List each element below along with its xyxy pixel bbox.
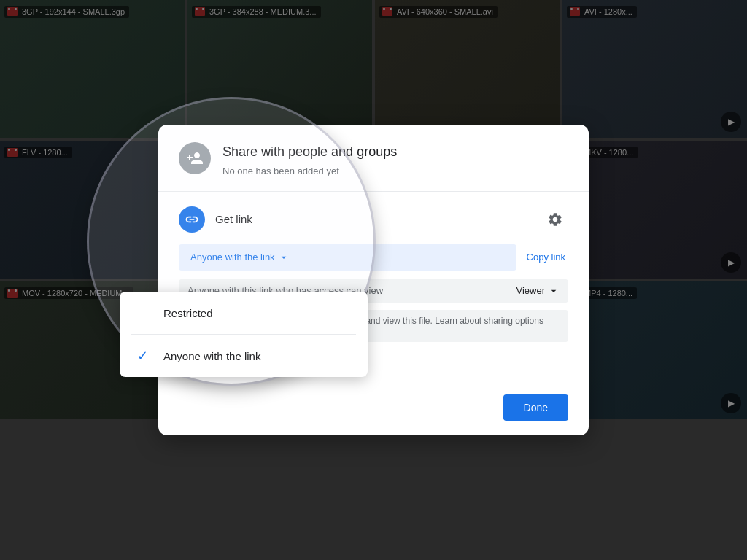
access-dropdown-button[interactable]: Anyone with the link xyxy=(187,252,293,263)
done-button[interactable]: Done xyxy=(503,394,568,421)
share-subtitle: No one has been added yet xyxy=(222,166,397,176)
access-dropdown-menu: ✓ Restricted ✓ Anyone with the link xyxy=(120,292,368,377)
share-title: Share with people and groups xyxy=(222,144,397,160)
share-avatar xyxy=(179,142,211,174)
restricted-label: Restricted xyxy=(163,307,213,319)
dialog-overlay: Share with people and groups No one has … xyxy=(0,0,747,560)
dropdown-label: Anyone with the link xyxy=(190,252,275,262)
viewer-label: Viewer xyxy=(516,285,545,296)
get-link-title: Get link xyxy=(215,213,252,225)
copy-link-button[interactable]: Copy link xyxy=(524,252,568,262)
anyone-label: Anyone with the link xyxy=(163,350,260,362)
share-with-people-section: Share with people and groups No one has … xyxy=(158,125,589,191)
link-icon xyxy=(179,206,205,233)
settings-button[interactable] xyxy=(542,206,568,233)
link-header: Get link xyxy=(179,206,568,233)
link-url-box: Anyone with the link xyxy=(179,244,516,271)
dropdown-item-restricted[interactable]: ✓ Restricted xyxy=(120,292,368,334)
dropdown-item-anyone[interactable]: ✓ Anyone with the link xyxy=(120,335,368,377)
dialog-footer: Done xyxy=(158,394,589,435)
anyone-check-icon: ✓ xyxy=(137,348,152,364)
share-dialog: Share with people and groups No one has … xyxy=(158,125,589,435)
viewer-dropdown[interactable]: Viewer xyxy=(516,285,560,297)
link-url-row: Anyone with the link Copy link xyxy=(179,244,568,271)
share-text-area: Share with people and groups No one has … xyxy=(222,142,397,176)
